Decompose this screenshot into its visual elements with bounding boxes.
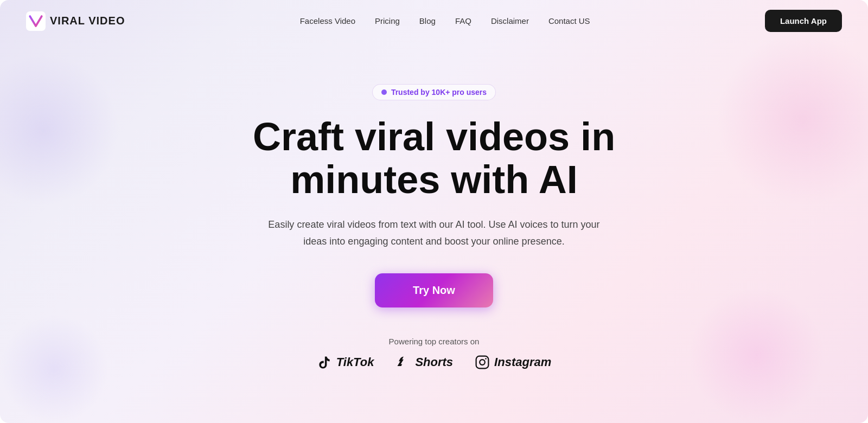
nav-link-faq[interactable]: FAQ	[455, 16, 471, 25]
nav-link-blog[interactable]: Blog	[419, 16, 436, 25]
nav-link-pricing[interactable]: Pricing	[375, 16, 400, 25]
instagram-icon	[475, 355, 490, 370]
main-content: Trusted by 10K+ pro users Craft viral vi…	[0, 31, 868, 423]
logo-area: VIRAL VIDEO	[26, 11, 125, 31]
navbar: VIRAL VIDEO Faceless Video Pricing Blog …	[0, 0, 868, 42]
page-wrapper: VIRAL VIDEO Faceless Video Pricing Blog …	[0, 0, 868, 423]
svg-point-3	[485, 358, 487, 360]
svg-point-2	[480, 360, 485, 365]
launch-app-button[interactable]: Launch App	[765, 10, 842, 32]
shorts-icon	[395, 355, 411, 370]
hero-title: Craft viral videos in minutes with AI	[253, 116, 615, 201]
platform-instagram: Instagram	[475, 355, 551, 370]
platform-shorts: Shorts	[395, 355, 453, 370]
svg-rect-0	[26, 11, 46, 31]
hero-subtitle: Easily create viral videos from text wit…	[266, 216, 602, 249]
nav-link-disclaimer[interactable]: Disclaimer	[491, 16, 529, 25]
nav-link-contact-us[interactable]: Contact US	[548, 16, 590, 25]
platform-tiktok: TikTok	[317, 355, 374, 370]
nav-link-faceless-video[interactable]: Faceless Video	[300, 16, 355, 25]
hero-title-line1: Craft viral videos in	[253, 115, 615, 158]
logo-icon	[26, 11, 46, 31]
trust-badge: Trusted by 10K+ pro users	[372, 84, 496, 100]
shorts-label: Shorts	[415, 355, 453, 369]
platform-logos: TikTok Shorts Instagram	[317, 355, 552, 370]
try-now-button[interactable]: Try Now	[375, 273, 493, 307]
trust-dot-icon	[381, 89, 387, 95]
powering-section: Powering top creators on TikTok Shorts	[317, 337, 552, 370]
hero-title-line2: minutes with AI	[290, 158, 577, 201]
trust-text: Trusted by 10K+ pro users	[391, 88, 487, 97]
instagram-label: Instagram	[494, 355, 551, 369]
svg-rect-1	[476, 356, 489, 369]
powering-label: Powering top creators on	[389, 337, 480, 346]
logo-text: VIRAL VIDEO	[50, 15, 125, 27]
tiktok-icon	[317, 355, 332, 370]
nav-links: Faceless Video Pricing Blog FAQ Disclaim…	[300, 16, 590, 25]
tiktok-label: TikTok	[336, 355, 374, 369]
